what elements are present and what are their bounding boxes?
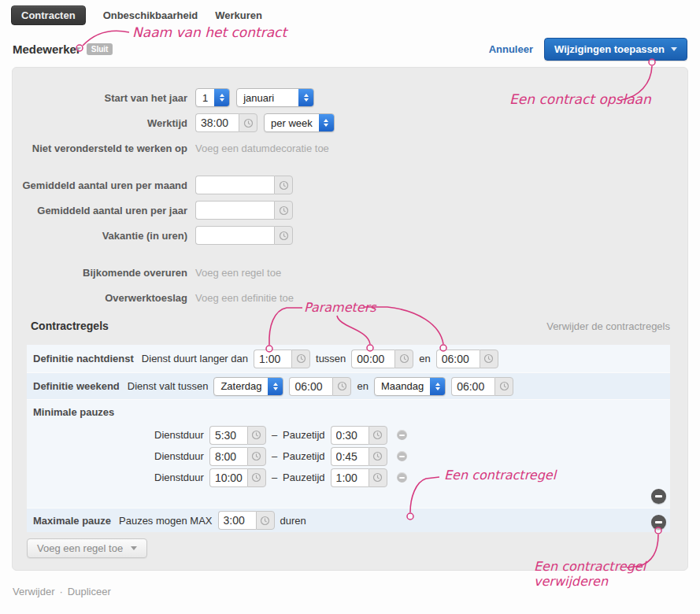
duplicate-contract-link[interactable]: Dupliceer (68, 586, 111, 597)
remove-rule-button[interactable] (651, 515, 666, 530)
apply-changes-label: Wijzigingen toepassen (554, 43, 665, 55)
clock-icon (279, 231, 289, 241)
break-row: Dienstduur – Pauzetijd (154, 425, 670, 445)
avg-hours-month-input[interactable] (195, 176, 274, 194)
night-duration-input[interactable] (254, 350, 291, 368)
weekend-from-time-input[interactable] (289, 377, 332, 396)
additional-overtime-label: Bijkomende overuren (13, 267, 187, 279)
remove-break-row-icon[interactable] (397, 472, 407, 483)
select-arrows-icon (268, 378, 283, 395)
clock-button[interactable] (369, 426, 387, 445)
weekend-to-time-input[interactable] (451, 377, 494, 396)
worktime-unit-value: per week (265, 114, 319, 131)
clock-icon (399, 353, 409, 364)
clock-button[interactable] (247, 447, 266, 466)
duty-duration-label: Dienstduur (154, 450, 204, 462)
worktime-input[interactable] (195, 113, 239, 132)
remove-contract-rules-link[interactable]: Verwijder de contractregels (546, 320, 670, 332)
rule-weekend: Definitie weekend Dienst valt tussen Zat… (27, 372, 670, 399)
clock-icon (483, 353, 494, 364)
overtime-surcharge-label: Overwerktoeslag (13, 292, 187, 304)
worktime-unit-select[interactable]: per week (264, 113, 335, 132)
rule-max-break-label: Maximale pauze (33, 515, 111, 527)
page-title: Medewerker (13, 43, 81, 56)
clock-icon (251, 430, 261, 440)
rule-text: Dienst duurt langer dan (142, 353, 248, 364)
night-from-input[interactable] (351, 350, 394, 368)
remove-break-row-icon[interactable] (397, 430, 407, 440)
break-row: Dienstduur – Pauzetijd (154, 446, 670, 466)
clock-icon (296, 353, 306, 364)
clock-icon (372, 472, 383, 483)
break-time-input[interactable] (331, 447, 369, 466)
clock-button[interactable] (256, 511, 275, 530)
clock-button[interactable] (369, 447, 387, 466)
duty-duration-input[interactable] (209, 468, 247, 487)
add-date-decoration-link[interactable]: Voeg een datumdecoratie toe (195, 142, 329, 154)
duty-duration-input[interactable] (209, 426, 247, 445)
rule-night-shift: Definitie nachtdienst Dienst duurt lange… (27, 345, 670, 372)
tab-contracten[interactable]: Contracten (11, 6, 86, 25)
duty-duration-input[interactable] (209, 447, 247, 466)
select-arrows-icon (298, 89, 313, 106)
clock-button[interactable] (274, 176, 293, 194)
close-badge[interactable]: Sluit (87, 43, 113, 55)
vacation-hours-input[interactable] (195, 226, 274, 245)
clock-button[interactable] (239, 113, 257, 132)
dash-separator: – (272, 472, 277, 483)
clock-button[interactable] (480, 350, 498, 368)
add-rule-button[interactable]: Voeg een regel toe (27, 538, 147, 558)
tab-onbeschikbaarheid[interactable]: Onbeschikbaarheid (103, 6, 198, 25)
tab-werkuren[interactable]: Werkuren (215, 6, 262, 25)
clock-icon (260, 516, 270, 526)
weekend-to-day-value: Maandag (375, 378, 430, 395)
chevron-down-icon (131, 546, 137, 550)
apply-changes-button[interactable]: Wijzigingen toepassen (544, 38, 687, 61)
cancel-link[interactable]: Annuleer (489, 43, 533, 55)
select-arrows-icon (319, 114, 334, 131)
clock-button[interactable] (291, 350, 310, 368)
clock-button[interactable] (494, 377, 513, 396)
day-select-value: 1 (196, 89, 214, 106)
add-rule-link[interactable]: Voeg een regel toe (195, 267, 281, 279)
annotation-remove-rule-line2: verwijderen (534, 574, 646, 589)
page-header: Medewerker Sluit Annuleer Wijzigingen to… (13, 38, 687, 61)
clock-icon (243, 118, 254, 128)
weekend-from-day-select[interactable]: Zaterdag (213, 377, 283, 396)
clock-button[interactable] (274, 226, 293, 245)
dash-separator: – (272, 450, 277, 462)
not-supposed-to-work-label: Niet verondersteld te werken op (13, 142, 187, 154)
clock-button[interactable] (247, 468, 266, 487)
month-select[interactable]: januari (236, 88, 314, 107)
add-definition-link[interactable]: Voeg een definitie toe (195, 292, 294, 304)
avg-hours-year-label: Gemiddeld aantal uren per jaar (13, 205, 187, 216)
night-to-input[interactable] (436, 350, 480, 368)
clock-button[interactable] (394, 350, 413, 368)
clock-icon (499, 381, 509, 391)
rule-text: Dienst valt tussen (128, 380, 209, 392)
max-break-input[interactable] (218, 511, 256, 530)
avg-hours-year-input[interactable] (195, 201, 274, 220)
clock-icon (337, 381, 347, 391)
break-time-input[interactable] (331, 468, 369, 487)
weekend-to-day-select[interactable]: Maandag (374, 377, 446, 396)
delete-contract-link[interactable]: Verwijder (13, 586, 54, 597)
remove-break-row-icon[interactable] (397, 451, 407, 461)
clock-button[interactable] (369, 468, 387, 487)
select-arrows-icon (430, 378, 445, 395)
remove-rule-button[interactable] (651, 489, 666, 504)
clock-button[interactable] (247, 426, 266, 445)
contract-panel: Start van het jaar 1 januari Werktijd (12, 67, 688, 571)
page: Contracten Onbeschikbaarheid Werkuren Me… (0, 0, 700, 614)
break-time-input[interactable] (331, 426, 369, 445)
clock-button[interactable] (332, 377, 351, 396)
rule-max-break: Maximale pauze Pauzes mogen MAX duren (27, 508, 670, 532)
day-select[interactable]: 1 (195, 88, 230, 107)
footer-separator: · (59, 586, 62, 597)
dash-separator: – (272, 429, 277, 441)
chevron-down-icon (671, 47, 677, 51)
duty-duration-label: Dienstduur (154, 429, 204, 441)
break-time-label: Pauzetijd (283, 472, 324, 483)
clock-button[interactable] (274, 201, 293, 220)
break-time-label: Pauzetijd (283, 429, 324, 441)
